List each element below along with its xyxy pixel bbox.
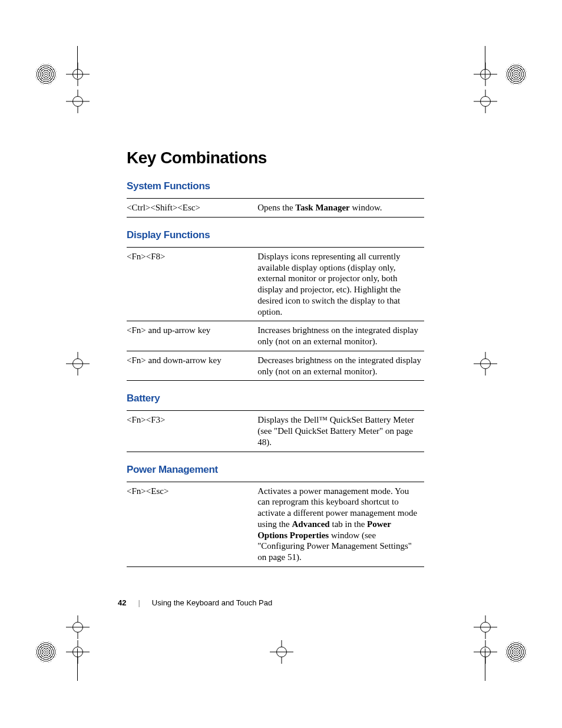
crop-mark-icon — [477, 355, 494, 372]
key-cell: <Fn> and up-arrow key — [127, 321, 257, 351]
crop-mark-icon — [477, 93, 494, 110]
crop-mark-icon — [477, 619, 494, 635]
table-row: <Fn><F8> Displays icons representing all… — [127, 247, 424, 321]
crop-line — [77, 46, 78, 78]
section-heading-power: Power Management — [127, 464, 424, 476]
section-heading-display: Display Functions — [127, 229, 424, 241]
page-number: 42 — [118, 598, 126, 607]
crop-mark-icon — [70, 355, 86, 372]
page-content: Key Combinations System Functions <Ctrl>… — [127, 149, 424, 579]
power-management-table: <Fn><Esc> Activates a power management m… — [127, 482, 424, 567]
desc-cell: Opens the Task Manager window. — [257, 199, 424, 218]
table-row: <Fn><F3> Displays the Dell™ QuickSet Bat… — [127, 411, 424, 452]
registration-mark-icon — [505, 64, 527, 85]
crop-line — [485, 648, 485, 681]
key-cell: <Ctrl><Shift><Esc> — [127, 199, 257, 218]
registration-mark-icon — [35, 641, 57, 663]
crop-mark-icon — [70, 93, 86, 110]
crop-line — [485, 46, 485, 78]
page-footer: 42 | Using the Keyboard and Touch Pad — [118, 598, 272, 607]
crop-mark-icon — [70, 619, 86, 635]
table-row: <Fn> and up-arrow key Increases brightne… — [127, 321, 424, 351]
crop-line — [77, 648, 78, 681]
registration-mark-icon — [505, 641, 527, 663]
desc-cell: Decreases brightness on the integrated d… — [257, 351, 424, 381]
footer-separator: | — [138, 598, 140, 607]
crop-mark-icon — [273, 644, 290, 660]
crop-mark-icon — [477, 644, 494, 660]
key-cell: <Fn> and down-arrow key — [127, 351, 257, 381]
desc-cell: Activates a power management mode. You c… — [257, 482, 424, 566]
table-row: <Fn> and down-arrow key Decreases bright… — [127, 351, 424, 381]
table-row: <Fn><Esc> Activates a power management m… — [127, 482, 424, 566]
section-heading-system: System Functions — [127, 180, 424, 192]
crop-mark-icon — [70, 644, 86, 660]
crop-mark-icon — [70, 66, 86, 83]
display-functions-table: <Fn><F8> Displays icons representing all… — [127, 247, 424, 381]
battery-table: <Fn><F3> Displays the Dell™ QuickSet Bat… — [127, 410, 424, 452]
registration-mark-icon — [35, 64, 57, 85]
footer-section-title: Using the Keyboard and Touch Pad — [152, 598, 272, 607]
key-cell: <Fn><F8> — [127, 247, 257, 321]
page-title: Key Combinations — [127, 149, 424, 167]
desc-cell: Displays icons representing all currentl… — [257, 247, 424, 321]
crop-mark-icon — [477, 66, 494, 83]
system-functions-table: <Ctrl><Shift><Esc> Opens the Task Manage… — [127, 198, 424, 218]
key-cell: <Fn><F3> — [127, 411, 257, 452]
table-row: <Ctrl><Shift><Esc> Opens the Task Manage… — [127, 199, 424, 218]
section-heading-battery: Battery — [127, 393, 424, 404]
key-cell: <Fn><Esc> — [127, 482, 257, 566]
desc-cell: Increases brightness on the integrated d… — [257, 321, 424, 351]
desc-cell: Displays the Dell™ QuickSet Battery Mete… — [257, 411, 424, 452]
